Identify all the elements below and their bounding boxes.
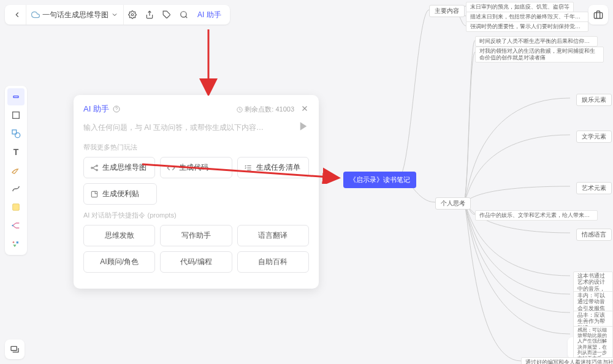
mindmap-branch-art[interactable]: 艺术元素 <box>576 182 612 194</box>
credits-label: 剩余点数: 41003 <box>237 105 294 114</box>
ai-assistant-link[interactable]: AI 助手 <box>192 10 226 20</box>
chip-generate-tasklist[interactable]: 生成任务清单 <box>237 157 309 178</box>
mindmap-tool[interactable] <box>7 217 25 234</box>
gear-icon <box>128 10 137 19</box>
code-icon <box>167 164 175 172</box>
mindmap-leaf[interactable]: 对我的领悟对入的生活的救赎，意时间捕捉和生命价值的创作就是对读者痛 <box>475 47 604 63</box>
tag-button[interactable] <box>158 6 175 23</box>
tag-icon <box>162 10 171 19</box>
share-icon <box>145 10 154 19</box>
mindmap-icon <box>11 221 21 230</box>
checklist-icon <box>244 164 253 172</box>
shape-tool[interactable] <box>7 125 25 142</box>
search-icon <box>180 10 188 19</box>
annotation-arrow-down <box>196 29 221 96</box>
svg-point-0 <box>131 13 134 16</box>
back-button[interactable] <box>9 6 26 23</box>
document-title-text: 一句话生成思维导图 <box>42 10 109 20</box>
ai-assistant-panel: AI 助手 剩余点数: 41003 帮我更多热门玩法 生成思维导图 生成代码 <box>74 95 319 289</box>
svg-point-23 <box>96 165 97 166</box>
svg-line-4 <box>186 17 188 18</box>
more-icon <box>11 239 21 249</box>
pen-tool[interactable] <box>7 162 25 179</box>
svg-point-24 <box>96 169 97 170</box>
chevron-down-icon <box>111 11 118 18</box>
document-title-dropdown[interactable]: 一句话生成思维导图 <box>26 5 124 25</box>
svg-rect-28 <box>91 191 97 197</box>
mindmap-branch-literature[interactable]: 文学元素 <box>576 131 612 143</box>
section-prompts-title: AI 对话助手快捷指令 (prompts) <box>83 211 309 220</box>
mindmap-branch-emotion[interactable]: 情感语言 <box>576 229 612 241</box>
svg-point-9 <box>15 133 20 138</box>
connector-icon <box>11 184 21 194</box>
prompt-translate[interactable]: 语言翻译 <box>237 225 309 246</box>
svg-rect-10 <box>13 204 20 211</box>
sticky-icon <box>11 202 21 212</box>
text-icon: T <box>13 147 19 157</box>
sticky-tool[interactable] <box>7 199 25 216</box>
search-button[interactable] <box>175 6 192 23</box>
mindmap-branch-main-content[interactable]: 主要内容 <box>429 5 465 17</box>
mindmap-canvas[interactable]: 《启示录》读书笔记 主要内容 末日审判的预兆，如瘟疫、饥荒、盗窃等 描述末日到来… <box>343 0 613 364</box>
ai-panel-title: AI 助手 <box>83 104 120 115</box>
svg-point-11 <box>12 225 13 227</box>
mindmap-leaf[interactable]: 作品中的娱乐、文学和艺术元素，给人带来很强的揭示经验 <box>475 210 598 221</box>
section-generate-title: 帮我更多热门玩法 <box>83 143 309 152</box>
mindmap-leaf[interactable]: 末日审判的预兆，如瘟疫、饥荒、盗窃等 <box>466 2 574 12</box>
svg-point-12 <box>13 241 15 243</box>
close-button[interactable] <box>300 104 309 115</box>
chip-generate-code[interactable]: 生成代码 <box>160 157 232 178</box>
help-icon[interactable] <box>113 105 120 113</box>
select-tool[interactable] <box>7 88 25 105</box>
left-toolbar: T <box>5 86 27 255</box>
connector-tool[interactable] <box>7 180 25 197</box>
svg-marker-14 <box>13 245 16 247</box>
layers-button[interactable] <box>5 339 25 359</box>
prompt-code[interactable]: 代码/编程 <box>160 251 232 273</box>
share-button[interactable] <box>141 6 158 23</box>
mindmap-branch-entertainment[interactable]: 娱乐元素 <box>576 94 612 106</box>
ai-prompt-input[interactable] <box>83 123 293 132</box>
svg-marker-21 <box>300 122 307 131</box>
pen-icon <box>11 165 21 175</box>
shape-icon <box>11 129 21 138</box>
prompt-divergent-thinking[interactable]: 思维发散 <box>83 225 155 246</box>
prompt-writing-assistant[interactable]: 写作助手 <box>160 225 232 246</box>
prompt-wiki[interactable]: 自助百科 <box>237 251 309 273</box>
svg-rect-15 <box>11 346 17 351</box>
svg-rect-7 <box>13 112 20 119</box>
cloud-icon <box>31 10 40 19</box>
mindmap-leaf[interactable]: 通过好的编写和令人着迷技巧依与社会沟通 <box>521 357 613 364</box>
mindmap-icon <box>90 164 99 172</box>
top-toolbar: 一句话生成思维导图 AI 助手 <box>5 5 230 25</box>
svg-point-3 <box>181 12 186 17</box>
mindmap-leaf[interactable]: 描述末日到来，包括世界的最终毁灭、千年王国的到来等 <box>466 12 588 22</box>
pointer-icon <box>11 92 21 102</box>
layers-icon <box>10 344 20 354</box>
send-button[interactable] <box>298 121 309 134</box>
chip-generate-mindmap[interactable]: 生成思维导图 <box>83 157 155 178</box>
mindmap-root-node[interactable]: 《启示录》读书笔记 <box>343 172 416 188</box>
frame-tool[interactable] <box>7 107 25 124</box>
mindmap-leaf[interactable]: 时间反映了人类不断生态平衡的后果和信仰的重要性 <box>475 36 598 47</box>
svg-point-22 <box>91 167 93 168</box>
frame-icon <box>11 110 21 120</box>
prompt-ai-role[interactable]: AI顾问/角色 <box>83 251 155 273</box>
sticky-icon <box>90 190 99 199</box>
more-tools[interactable] <box>7 235 25 252</box>
svg-rect-6 <box>13 96 18 98</box>
close-icon <box>300 104 309 113</box>
send-icon <box>298 121 309 132</box>
settings-button[interactable] <box>124 6 141 23</box>
clock-icon <box>237 107 243 113</box>
mindmap-branch-personal-thoughts[interactable]: 个人思考 <box>435 197 471 210</box>
svg-rect-13 <box>17 241 18 243</box>
text-tool[interactable]: T <box>7 143 25 161</box>
chip-generate-sticky[interactable]: 生成便利贴 <box>83 183 157 205</box>
mindmap-leaf[interactable]: 强调时势的重要性，警示人们要时刻保持觉的法则 <box>466 21 588 32</box>
